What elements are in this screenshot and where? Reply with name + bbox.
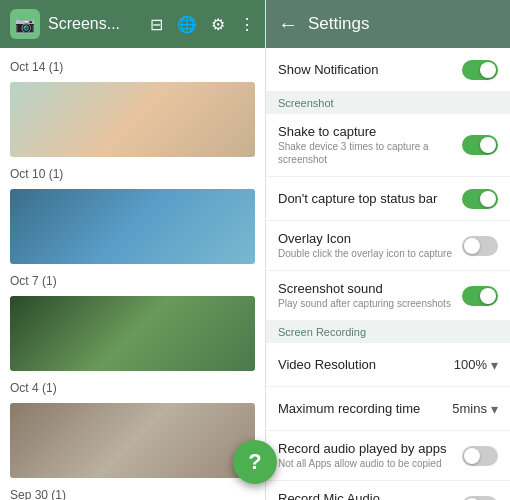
- screenshot-sound-toggle[interactable]: [462, 286, 498, 306]
- left-header-title: Screens...: [48, 15, 142, 33]
- chevron-down-icon: ▾: [491, 357, 498, 373]
- setting-screenshot-sound: Screenshot sound Play sound after captur…: [266, 271, 510, 321]
- thumbnail-oct10[interactable]: [10, 189, 255, 264]
- section-screen-recording: Screen Recording: [266, 321, 510, 343]
- video-resolution-dropdown[interactable]: 100% ▾: [454, 357, 498, 373]
- record-mic-audio-label: Record Mic Audio: [278, 491, 462, 500]
- settings-list: Show Notification Screenshot Shake to ca…: [266, 48, 510, 500]
- setting-record-mic-audio: Record Mic Audio Record mic audio while …: [266, 481, 510, 500]
- shake-capture-sub: Shake device 3 times to capture a screen…: [278, 140, 462, 166]
- back-button[interactable]: ←: [278, 13, 298, 36]
- chevron-down-icon-2: ▾: [491, 401, 498, 417]
- record-audio-apps-sub: Not all Apps allow audio to be copied: [278, 457, 462, 470]
- video-resolution-label: Video Resolution: [278, 357, 376, 372]
- max-recording-time-value: 5mins: [452, 401, 487, 416]
- screenshot-list: Oct 14 (1) Oct 10 (1) Oct 7 (1) Oct 4 (1…: [0, 48, 265, 500]
- setting-show-notification: Show Notification: [266, 48, 510, 92]
- no-status-bar-toggle[interactable]: [462, 189, 498, 209]
- setting-max-recording-time: Maximum recording time 5mins ▾: [266, 387, 510, 431]
- thumbnail-oct4[interactable]: [10, 403, 255, 478]
- left-header: 📷 Screens... ⊟ 🌐 ⚙ ⋮: [0, 0, 265, 48]
- no-status-bar-label: Don't capture top status bar: [278, 191, 462, 206]
- setting-shake-capture: Shake to capture Shake device 3 times to…: [266, 114, 510, 177]
- record-audio-apps-label: Record audio played by apps: [278, 441, 462, 456]
- max-recording-time-dropdown[interactable]: 5mins ▾: [452, 401, 498, 417]
- max-recording-time-label: Maximum recording time: [278, 401, 420, 416]
- show-notification-label: Show Notification: [278, 62, 462, 77]
- shake-capture-toggle[interactable]: [462, 135, 498, 155]
- right-panel: ← Settings Show Notification Screenshot …: [265, 0, 510, 500]
- date-label-oct14: Oct 14 (1): [0, 54, 265, 78]
- setting-video-resolution: Video Resolution 100% ▾: [266, 343, 510, 387]
- thumbnail-oct7[interactable]: [10, 296, 255, 371]
- globe-icon[interactable]: 🌐: [177, 15, 197, 34]
- thumbnail-oct14[interactable]: [10, 82, 255, 157]
- app-icon: 📷: [10, 9, 40, 39]
- crossed-screen-icon[interactable]: ⊟: [150, 15, 163, 34]
- overlay-icon-label: Overlay Icon: [278, 231, 462, 246]
- overlay-icon-sub: Double click the overlay icon to capture: [278, 247, 462, 260]
- setting-overlay-icon: Overlay Icon Double click the overlay ic…: [266, 221, 510, 271]
- header-icons: ⊟ 🌐 ⚙ ⋮: [150, 15, 255, 34]
- right-header: ← Settings: [266, 0, 510, 48]
- show-notification-toggle[interactable]: [462, 60, 498, 80]
- record-mic-audio-toggle[interactable]: [462, 496, 498, 501]
- setting-record-audio-apps: Record audio played by apps Not all Apps…: [266, 431, 510, 481]
- left-panel: 📷 Screens... ⊟ 🌐 ⚙ ⋮ Oct 14 (1) Oct 10 (…: [0, 0, 265, 500]
- date-label-sep30: Sep 30 (1): [0, 482, 265, 500]
- screenshot-sound-label: Screenshot sound: [278, 281, 462, 296]
- shake-capture-label: Shake to capture: [278, 124, 462, 139]
- section-screenshot: Screenshot: [266, 92, 510, 114]
- date-label-oct7: Oct 7 (1): [0, 268, 265, 292]
- settings-icon[interactable]: ⚙: [211, 15, 225, 34]
- more-options-icon[interactable]: ⋮: [239, 15, 255, 34]
- date-label-oct10: Oct 10 (1): [0, 161, 265, 185]
- video-resolution-value: 100%: [454, 357, 487, 372]
- setting-no-status-bar: Don't capture top status bar: [266, 177, 510, 221]
- screenshot-sound-sub: Play sound after capturing screenshots: [278, 297, 462, 310]
- overlay-icon-toggle[interactable]: [462, 236, 498, 256]
- record-audio-apps-toggle[interactable]: [462, 446, 498, 466]
- settings-title: Settings: [308, 14, 369, 34]
- date-label-oct4: Oct 4 (1): [0, 375, 265, 399]
